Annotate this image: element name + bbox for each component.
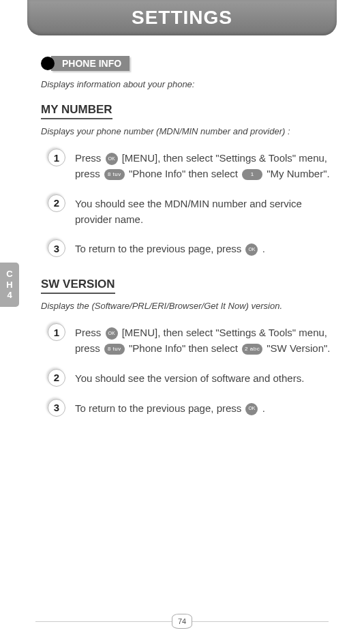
subsection-desc: Displays the (Software/PRL/ERI/Browser/G…	[41, 301, 337, 311]
subsection-title: MY NUMBER	[41, 103, 112, 119]
key-1-icon: 1	[242, 169, 262, 180]
step-row: 1 Press OK [MENU], then select "Settings…	[48, 323, 337, 357]
subsection-desc: Displays your phone number (MDN/MIN numb…	[41, 126, 337, 136]
chapter-tab: C H 4	[0, 263, 19, 307]
subsection-my-number: MY NUMBER Displays your phone number (MD…	[41, 103, 337, 257]
header-banner: SETTINGS	[27, 0, 337, 35]
step-number-badge: 3	[48, 399, 65, 417]
step-text: To return to the previous page, press OK…	[75, 399, 265, 416]
step-row: 1 Press OK [MENU], then select "Settings…	[48, 149, 337, 182]
subsection-sw-version: SW VERSION Displays the (Software/PRL/ER…	[41, 278, 337, 417]
step-number-badge: 1	[48, 149, 65, 166]
step-text: You should see the MDN/MIN number and se…	[75, 194, 337, 228]
page-number: 74	[172, 614, 192, 629]
step-number-badge: 3	[48, 239, 65, 257]
content-area: PHONE INFO Displays information about yo…	[0, 35, 364, 417]
section-tag: PHONE INFO	[41, 56, 130, 71]
step-text: You should see the version of software a…	[75, 369, 304, 386]
ok-key-icon: OK	[106, 327, 118, 340]
step-row: 2 You should see the MDN/MIN number and …	[48, 194, 337, 228]
page-footer: 74	[0, 614, 364, 629]
footer-line-right	[192, 621, 329, 622]
section-intro: Displays information about your phone:	[41, 79, 337, 89]
step-row: 3 To return to the previous page, press …	[48, 399, 337, 417]
subsection-title: SW VERSION	[41, 278, 115, 294]
step-number-badge: 2	[48, 194, 65, 212]
step-row: 3 To return to the previous page, press …	[48, 239, 337, 257]
ok-key-icon: OK	[106, 153, 118, 165]
key-8-icon: 8 tuv	[104, 344, 125, 355]
ok-key-icon: OK	[245, 403, 258, 415]
step-row: 2 You should see the version of software…	[48, 369, 337, 387]
section-dot-icon	[41, 57, 55, 70]
section-label: PHONE INFO	[51, 56, 130, 71]
step-number-badge: 1	[48, 323, 65, 341]
step-text: Press OK [MENU], then select "Settings &…	[75, 149, 337, 182]
ok-key-icon: OK	[245, 243, 258, 256]
step-text: To return to the previous page, press OK…	[75, 239, 265, 256]
key-2-icon: 2 abc	[242, 344, 262, 355]
page-title: SETTINGS	[27, 7, 337, 29]
step-text: Press OK [MENU], then select "Settings &…	[75, 323, 337, 357]
step-number-badge: 2	[48, 369, 65, 387]
key-8-icon: 8 tuv	[104, 169, 125, 180]
footer-line-left	[35, 621, 172, 622]
